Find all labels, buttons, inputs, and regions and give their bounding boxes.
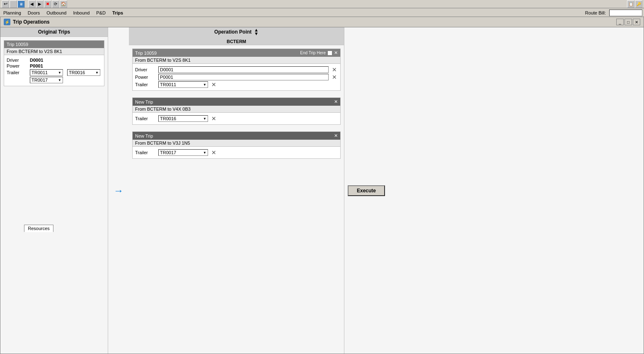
maximize-btn[interactable]: □ [625, 19, 632, 25]
op-trailer-dropdown[interactable]: TR0011 ▼ [158, 81, 208, 88]
op-point-title: Operation Point [214, 29, 252, 35]
toolbar-icon-r2[interactable]: 🔑 [635, 0, 642, 8]
op-trip-fromto: From BCTERM to V2S 8K1 [135, 58, 191, 63]
route-bill-label: Route Bill: [585, 10, 606, 15]
end-trip-label: End Trip Here [300, 51, 326, 55]
nav-trips[interactable]: Trips [111, 10, 125, 16]
op-power-input[interactable] [158, 74, 329, 80]
nav-planning[interactable]: Planning [2, 10, 23, 16]
orig-power-value: P0001 [30, 63, 55, 68]
op-trailer-clear[interactable]: ✕ [211, 82, 217, 87]
nav-pnd[interactable]: P&D [94, 10, 107, 16]
toolbar-icon-r1[interactable]: 📋 [627, 0, 634, 8]
new-trip-1: New Trip ✕ From BCTERM to V4X 0B3 Traile… [132, 97, 341, 125]
arrow-right-icon[interactable]: → [114, 185, 123, 196]
toolbar-icon-3[interactable]: 🖥 [17, 0, 25, 8]
toolbar-icon-home[interactable]: 🏠 [60, 0, 67, 8]
toolbar-icon-fwd[interactable]: ▶ [36, 0, 44, 8]
orig-trailer1-dropdown[interactable]: TR0011 ▼ [30, 69, 63, 76]
new-trip-2: New Trip ✕ From BCTERM to V3J 1N5 Traile… [132, 131, 341, 159]
orig-driver-label: Driver [7, 58, 27, 63]
modal-title: Trip Operations [13, 19, 614, 25]
toolbar-icon-1[interactable]: ↩ [2, 0, 9, 8]
nav-doors[interactable]: Doors [26, 10, 41, 16]
modal-title-icon: ⚡ [4, 19, 10, 25]
orig-trip-id: Trip 10059 [7, 42, 28, 47]
minimize-btn[interactable]: _ [616, 19, 624, 25]
execute-button[interactable]: Execute [348, 185, 385, 196]
toolbar-icon-stop[interactable]: ✖ [44, 0, 51, 8]
op-driver-label: Driver [135, 67, 156, 72]
close-btn[interactable]: ✕ [633, 19, 640, 25]
new-trip-1-trailer-dropdown[interactable]: TR0016 ▼ [158, 115, 208, 122]
route-bill-input[interactable] [609, 10, 642, 16]
nav-outbound[interactable]: Outbound [45, 10, 68, 16]
orig-trip-10059: Trip 10059 From BCTERM to V2S 8K1 Driver… [4, 40, 104, 86]
toolbar-icon-refresh[interactable]: ⟳ [52, 0, 59, 8]
new-trip-2-fromto: From BCTERM to V3J 1N5 [135, 141, 190, 145]
orig-trip-fromto: From BCTERM to V2S 8K1 [7, 49, 62, 54]
op-driver-clear[interactable]: ✕ [331, 67, 338, 73]
op-power-label: Power [135, 75, 156, 80]
orig-trailer2-dropdown[interactable]: TR0016 ▼ [67, 69, 100, 76]
new-trip-2-trailer-dropdown[interactable]: TR0017 ▼ [158, 149, 208, 156]
new-trip-1-header: New Trip [135, 99, 153, 104]
new-trip-2-trailer-clear[interactable]: ✕ [211, 150, 217, 155]
nav-inbound[interactable]: Inbound [72, 10, 92, 16]
orig-driver-value: D0001 [30, 58, 55, 63]
new-trip-2-trailer-label: Trailer [135, 150, 156, 155]
op-trip-10059: Trip 10059 End Trip Here ✕ From BCTERM t… [132, 48, 341, 91]
orig-power-label: Power [7, 63, 27, 68]
new-trip-2-close-icon[interactable]: ✕ [334, 133, 338, 138]
op-point-value-label: BCTERM [227, 39, 246, 44]
orig-trailer3-dropdown[interactable]: TR0017 ▼ [30, 77, 63, 83]
tab-resources[interactable]: Resources [24, 225, 53, 232]
end-trip-checkbox[interactable] [327, 51, 332, 56]
new-trip-1-close-icon[interactable]: ✕ [334, 99, 338, 104]
original-trips-header: Original Trips [0, 27, 108, 37]
op-trailer-label: Trailer [135, 82, 156, 87]
toolbar-icon-back[interactable]: ◀ [28, 0, 36, 8]
op-trip-id: Trip 10059 [135, 51, 157, 56]
trip-operations-modal: ⚡ Trip Operations _ □ ✕ Original Trips T… [0, 17, 644, 354]
op-driver-input[interactable] [158, 66, 329, 73]
op-point-updown-btn[interactable]: ▲▼ [254, 28, 259, 36]
new-trip-2-header: New Trip [135, 133, 153, 138]
orig-trailer-label: Trailer [7, 70, 27, 75]
new-trip-1-trailer-clear[interactable]: ✕ [211, 116, 217, 121]
op-trip-close-icon[interactable]: ✕ [334, 50, 338, 56]
toolbar-icon-2[interactable] [10, 0, 17, 8]
new-trip-1-fromto: From BCTERM to V4X 0B3 [135, 107, 191, 112]
op-power-clear[interactable]: ✕ [331, 74, 338, 80]
new-trip-1-trailer-label: Trailer [135, 116, 156, 121]
